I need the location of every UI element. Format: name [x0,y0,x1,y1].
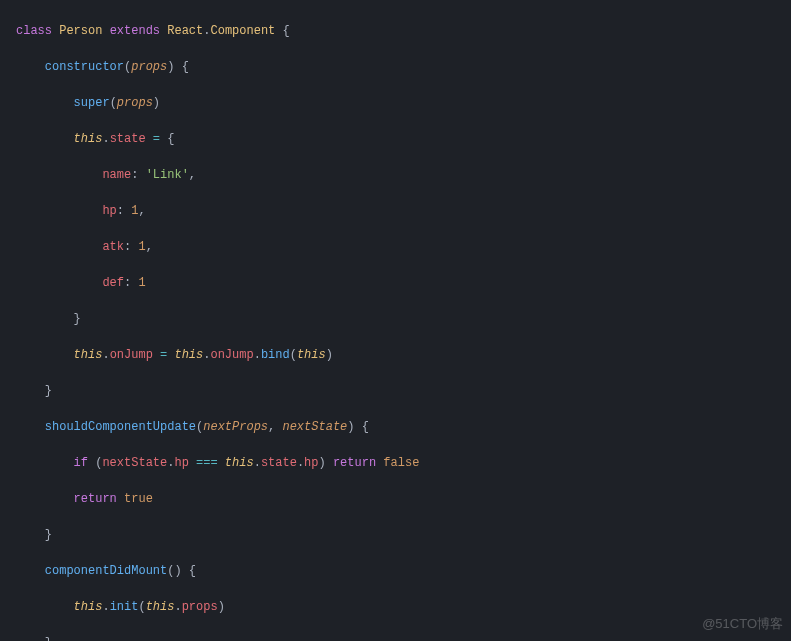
code-line: class Person extends React.Component { [16,22,791,40]
code-line: def: 1 [16,274,791,292]
code-editor[interactable]: class Person extends React.Component { c… [0,0,791,641]
code-line: hp: 1, [16,202,791,220]
code-line: name: 'Link', [16,166,791,184]
code-line: this.state = { [16,130,791,148]
code-line: super(props) [16,94,791,112]
code-line: } [16,382,791,400]
code-line: atk: 1, [16,238,791,256]
code-line: constructor(props) { [16,58,791,76]
code-line: componentDidMount() { [16,562,791,580]
code-line: } [16,526,791,544]
code-line: if (nextState.hp === this.state.hp) retu… [16,454,791,472]
code-line: this.onJump = this.onJump.bind(this) [16,346,791,364]
code-line: this.init(this.props) [16,598,791,616]
code-line: return true [16,490,791,508]
code-line: } [16,310,791,328]
code-line: } [16,634,791,641]
code-line: shouldComponentUpdate(nextProps, nextSta… [16,418,791,436]
watermark: @51CTO博客 [702,615,783,633]
